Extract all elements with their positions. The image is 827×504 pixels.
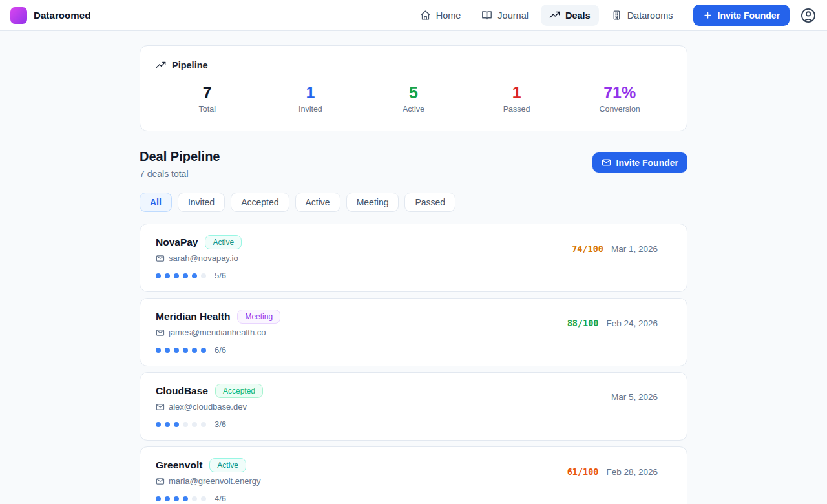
filter-active[interactable]: Active <box>295 193 340 212</box>
progress-dot <box>174 422 179 427</box>
invite-founder-section-label: Invite Founder <box>616 158 678 168</box>
deal-meta: 61/100 Feb 28, 2026 <box>567 467 658 477</box>
deal-card-meridian-health[interactable]: Meridian Health Meeting james@meridianhe… <box>140 298 687 366</box>
stat-total-label: Total <box>156 105 259 114</box>
deal-info: NovaPay Active sarah@novapay.io 5/6 <box>156 235 242 280</box>
pipeline-card-title: Pipeline <box>172 60 208 70</box>
plus-icon <box>703 10 713 20</box>
trending-up-icon <box>549 10 560 21</box>
stat-conversion-value: 71% <box>568 83 671 102</box>
stat-active: 5 Active <box>362 83 465 114</box>
status-badge: Accepted <box>215 384 263 398</box>
progress-dot <box>156 273 161 278</box>
deal-meta: Mar 5, 2026 <box>603 392 658 402</box>
founder-email: alex@cloudbase.dev <box>169 402 247 412</box>
progress-dot <box>201 422 206 427</box>
filter-passed[interactable]: Passed <box>404 193 455 212</box>
invite-founder-nav-label: Invite Founder <box>718 10 780 21</box>
filter-accepted[interactable]: Accepted <box>231 193 289 212</box>
deal-name: Greenvolt <box>156 459 202 471</box>
progress-dots: 4/6 <box>156 494 261 503</box>
user-menu-button[interactable] <box>800 7 817 24</box>
status-badge: Active <box>205 235 242 249</box>
deal-date: Mar 1, 2026 <box>611 244 658 254</box>
progress-label: 6/6 <box>215 345 226 355</box>
home-icon <box>420 10 431 21</box>
nav-item-journal-label: Journal <box>497 10 529 21</box>
progress-dot <box>201 273 206 278</box>
brand-name: Dataroomed <box>34 10 91 21</box>
mail-icon <box>156 254 165 263</box>
progress-dot <box>165 348 170 353</box>
deal-card-greenvolt[interactable]: Greenvolt Active maria@greenvolt.energy … <box>140 446 687 504</box>
progress-dot <box>156 348 161 353</box>
progress-dots: 6/6 <box>156 345 280 355</box>
nav-item-journal[interactable]: Journal <box>473 5 537 26</box>
stat-conversion-label: Conversion <box>568 105 671 114</box>
progress-dots: 3/6 <box>156 419 263 429</box>
deal-score: 74/100 <box>572 244 603 254</box>
nav-item-datarooms-label: Datarooms <box>627 10 673 21</box>
stat-passed-label: Passed <box>465 105 569 114</box>
deal-meta: 88/100 Feb 24, 2026 <box>567 318 658 328</box>
journal-icon <box>481 10 492 21</box>
top-nav-bar: Dataroomed Home Journal Deals Datarooms … <box>0 0 827 31</box>
nav-item-deals-label: Deals <box>565 10 591 21</box>
deal-card-cloudbase[interactable]: CloudBase Accepted alex@cloudbase.dev 3/… <box>140 372 687 441</box>
stat-invited: 1 Invited <box>259 83 362 114</box>
invite-founder-button-nav[interactable]: Invite Founder <box>693 5 790 26</box>
pipeline-card-header: Pipeline <box>156 60 671 70</box>
deal-card-novapay[interactable]: NovaPay Active sarah@novapay.io 5/6 74/1… <box>140 224 687 292</box>
stat-active-value: 5 <box>362 83 465 102</box>
progress-dot <box>183 273 188 278</box>
nav-item-home[interactable]: Home <box>412 5 470 26</box>
progress-dot <box>165 422 170 427</box>
trending-up-icon <box>156 60 166 70</box>
progress-dot <box>192 496 197 501</box>
mail-icon <box>602 158 611 167</box>
deal-info: CloudBase Accepted alex@cloudbase.dev 3/… <box>156 384 263 429</box>
nav-item-datarooms[interactable]: Datarooms <box>603 5 682 26</box>
progress-label: 3/6 <box>215 419 226 429</box>
progress-dot <box>165 496 170 501</box>
stat-invited-label: Invited <box>259 105 362 114</box>
invite-founder-button-section[interactable]: Invite Founder <box>592 152 687 173</box>
deal-name: Meridian Health <box>156 311 230 322</box>
deal-score: 61/100 <box>567 467 599 477</box>
progress-dot <box>174 496 179 501</box>
deal-name: NovaPay <box>156 236 198 248</box>
deal-info: Meridian Health Meeting james@meridianhe… <box>156 310 280 355</box>
filter-meeting[interactable]: Meeting <box>346 193 399 212</box>
progress-label: 5/6 <box>215 271 226 280</box>
progress-dot <box>201 496 206 501</box>
brand: Dataroomed <box>10 7 91 24</box>
status-badge: Active <box>209 458 246 472</box>
founder-email: maria@greenvolt.energy <box>169 476 261 486</box>
progress-dot <box>183 496 188 501</box>
stat-active-label: Active <box>362 105 465 114</box>
pipeline-summary-card: Pipeline 7 Total 1 Invited 5 Active 1 Pa… <box>140 45 687 131</box>
building-icon <box>611 10 622 21</box>
stat-passed-value: 1 <box>465 83 569 102</box>
filter-invited[interactable]: Invited <box>178 193 225 212</box>
progress-dot <box>183 422 188 427</box>
status-filter-bar: All Invited Accepted Active Meeting Pass… <box>140 193 687 212</box>
main-content: Pipeline 7 Total 1 Invited 5 Active 1 Pa… <box>140 31 687 504</box>
progress-dot <box>174 273 179 278</box>
progress-dot <box>201 348 206 353</box>
deal-info: Greenvolt Active maria@greenvolt.energy … <box>156 458 261 503</box>
app-logo <box>10 7 27 24</box>
nav-item-deals[interactable]: Deals <box>541 5 599 26</box>
founder-email: sarah@novapay.io <box>169 253 238 263</box>
deal-score: 88/100 <box>567 318 599 328</box>
pipeline-stats: 7 Total 1 Invited 5 Active 1 Passed 71% … <box>156 83 671 114</box>
filter-all[interactable]: All <box>140 193 172 212</box>
mail-icon <box>156 328 165 337</box>
page-title: Deal Pipeline <box>140 149 220 164</box>
progress-dot <box>165 273 170 278</box>
progress-dot <box>192 422 197 427</box>
header-nav: Home Journal Deals Datarooms Invite Foun… <box>412 5 817 26</box>
progress-label: 4/6 <box>215 494 226 503</box>
nav-item-home-label: Home <box>436 10 461 21</box>
progress-dot <box>192 348 197 353</box>
